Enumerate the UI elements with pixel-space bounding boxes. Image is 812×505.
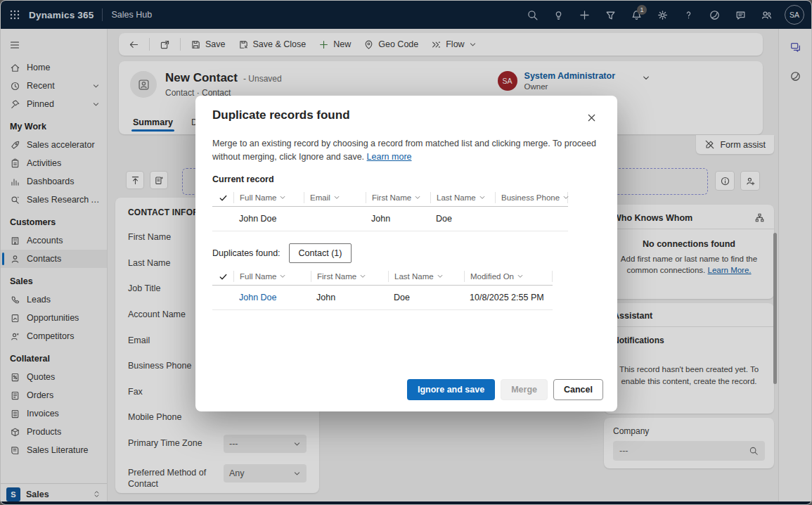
chevron-down-icon [562, 194, 569, 201]
duplicate-records-dialog: Duplicate records found Merge to an exis… [195, 96, 617, 411]
dialog-description: Merge to an existing record by choosing … [212, 137, 600, 164]
column-header-business-phone[interactable]: Business Phone [495, 192, 568, 203]
cell-last-name: Doe [388, 293, 464, 302]
cell-full-name: John Doe [233, 214, 304, 224]
chevron-down-icon [359, 273, 366, 280]
duplicates-table: Full Name First Name Last Name Modified … [212, 269, 553, 310]
duplicate-record-link[interactable]: John Doe [233, 293, 311, 302]
column-header-email[interactable]: Email [304, 192, 366, 203]
duplicates-contact-tab[interactable]: Contact (1) [289, 243, 352, 263]
select-all-checkbox[interactable] [212, 193, 233, 203]
cell-modified-on: 10/8/2025 2:55 PM [464, 293, 553, 302]
column-header-full-name[interactable]: Full Name [233, 271, 311, 282]
chevron-down-icon [517, 273, 524, 280]
cell-first-name: John [366, 214, 430, 224]
column-header-last-name[interactable]: Last Name [430, 192, 495, 203]
select-all-checkbox[interactable] [212, 272, 233, 281]
cancel-button[interactable]: Cancel [553, 379, 603, 400]
column-header-modified-on[interactable]: Modified On [464, 271, 553, 282]
duplicates-found-label: Duplicates found: [212, 248, 281, 258]
learn-more-link[interactable]: Learn more [367, 152, 412, 162]
table-row[interactable]: John Doe John Doe 10/8/2025 2:55 PM [212, 286, 553, 310]
column-header-full-name[interactable]: Full Name [233, 192, 304, 203]
current-record-label: Current record [212, 174, 600, 184]
merge-button[interactable]: Merge [501, 379, 548, 400]
column-header-first-name[interactable]: First Name [366, 192, 430, 203]
table-row[interactable]: John Doe John Doe [212, 207, 568, 231]
chevron-down-icon [279, 273, 286, 280]
chevron-down-icon [333, 194, 340, 201]
chevron-down-icon [437, 273, 444, 280]
dialog-title: Duplicate records found [212, 108, 350, 122]
column-header-last-name[interactable]: Last Name [388, 271, 464, 282]
check-icon [219, 272, 228, 281]
column-header-first-name[interactable]: First Name [311, 271, 388, 282]
check-icon [219, 193, 228, 203]
ignore-and-save-button[interactable]: Ignore and save [407, 379, 495, 400]
chevron-down-icon [414, 194, 421, 201]
app-window: Dynamics 365 Sales Hub 1 SA Home Recent … [0, 0, 812, 505]
chevron-down-icon [279, 194, 286, 201]
current-record-table: Full Name Email First Name Last Name Bus… [212, 190, 568, 231]
cell-last-name: Doe [430, 214, 495, 224]
chevron-down-icon [479, 194, 486, 201]
close-icon[interactable] [582, 108, 600, 127]
cell-first-name: John [311, 293, 388, 302]
